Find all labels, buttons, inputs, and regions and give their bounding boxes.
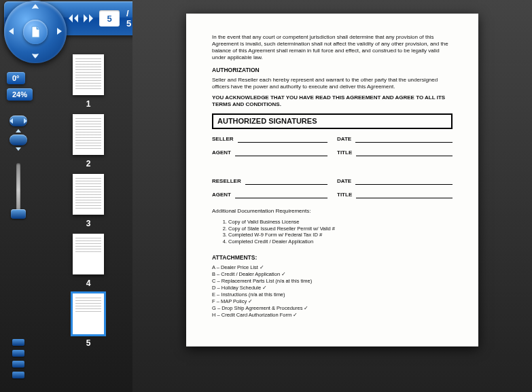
thumbnail-3[interactable] [73, 174, 104, 215]
doc-req-heading: Additional Documentation Requirements: [212, 208, 453, 215]
thumbnail-5[interactable] [73, 293, 104, 334]
thumbnail-panel: 12345 [54, 41, 122, 387]
agent-label-2: AGENT [212, 192, 231, 198]
view-mode-4[interactable] [12, 372, 24, 378]
thumbnail-1[interactable] [73, 54, 104, 95]
signatures-heading: AUTHORIZED SIGNATURES [212, 113, 453, 130]
document-page: In the event that any court or competent… [186, 14, 478, 346]
zoom-level-button[interactable]: 24% [7, 88, 33, 101]
date-label: DATE [337, 136, 351, 143]
document-viewport[interactable]: In the event that any court or competent… [132, 0, 532, 392]
pan-horizontal-knob[interactable] [10, 115, 27, 126]
thumbnail-label: 1 [86, 99, 91, 109]
thumbnail-4[interactable] [73, 234, 104, 274]
title-label: TITLE [337, 149, 352, 156]
scroll-down-button[interactable] [31, 50, 40, 60]
view-mode-2[interactable] [12, 350, 24, 357]
title-label-2: TITLE [337, 192, 352, 198]
scroll-right-button[interactable] [54, 26, 64, 37]
thumbnail-label: 5 [86, 338, 91, 348]
view-mode-3[interactable] [12, 361, 24, 368]
attachments-list: A – Dealer Price List ✓B – Credit / Deal… [212, 264, 453, 319]
page-number-input[interactable] [99, 10, 120, 26]
nav-wheel-center[interactable] [23, 20, 48, 44]
authorization-text: Seller and Reseller each hereby represen… [212, 77, 453, 90]
prev-page-button[interactable] [67, 12, 80, 25]
agent-label: AGENT [212, 149, 231, 156]
scroll-left-button[interactable] [7, 26, 16, 37]
pan-vertical-knob[interactable] [10, 135, 27, 145]
rotation-button[interactable]: 0° [7, 72, 25, 84]
scroll-up-button[interactable] [31, 3, 40, 14]
date-label-2: DATE [337, 178, 351, 185]
authorization-heading: AUTHORIZATION [212, 67, 453, 74]
acknowledgement-text: YOU ACKNOWLEDGE THAT YOU HAVE READ THIS … [212, 94, 453, 108]
thumbnail-label: 4 [86, 279, 91, 288]
zoom-slider-handle[interactable] [11, 209, 26, 219]
view-mode-switcher [12, 339, 24, 378]
reseller-label: RESELLER [212, 178, 241, 185]
attachments-heading: ATTACHMENTS: [212, 254, 453, 262]
clause-text: In the event that any court or competent… [212, 34, 453, 61]
thumbnail-label: 3 [86, 219, 91, 228]
thumbnail-2[interactable] [73, 114, 104, 155]
next-page-button[interactable] [82, 12, 95, 25]
seller-label: SELLER [212, 136, 234, 143]
view-mode-1[interactable] [12, 339, 24, 346]
doc-req-list: Copy of Valid Business LicenseCopy of St… [228, 219, 453, 245]
thumbnail-label: 2 [86, 159, 91, 168]
